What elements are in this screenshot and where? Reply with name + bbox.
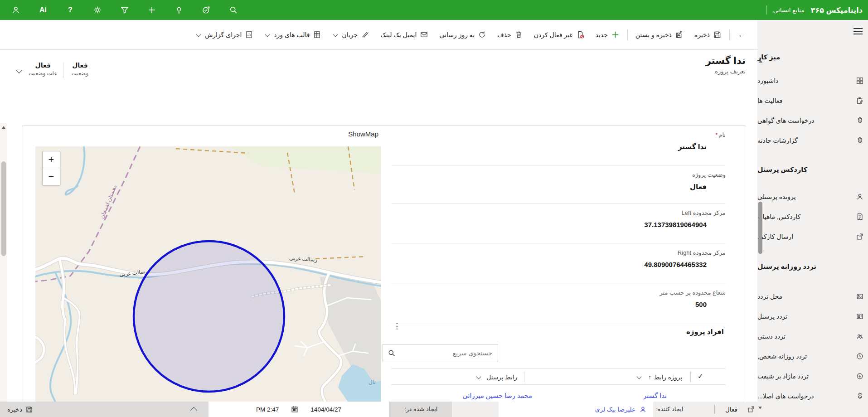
profile-icon[interactable] [10,5,21,15]
navigation-sidebar: میز کار داشبورد فعالیت ها درخواست های گو… [757,20,868,417]
popout-icon[interactable] [747,405,755,413]
sidebar-item-manual-traffic[interactable]: تردد دستی [757,326,868,346]
hamburger-menu-icon[interactable] [853,26,863,36]
main-scrollbar-thumb[interactable] [1,161,6,256]
sidebar-item-send-worklog[interactable]: ارسال کارکرد [757,227,868,247]
field-name[interactable]: نام* ندا گستر [391,127,726,165]
footer-save-button[interactable]: ذخیره [7,402,33,417]
sidebar-item-correction-requests[interactable]: درخواست های اصلا... [757,386,868,406]
flow-button[interactable]: جریان [327,27,374,43]
field-center-right-value[interactable]: 49.80900764465332 [391,261,726,268]
save-button[interactable]: ذخیره [689,27,727,43]
created-on-value[interactable]: 1404/04/27 PM 2:47 [209,402,389,417]
ai-copilot-icon[interactable]: Ai [38,5,48,15]
field-project-status-value[interactable]: فعال [391,183,726,191]
header-status-reason: فعال علت وضعیت [29,62,57,77]
select-all-checkbox[interactable]: ✓ [698,372,703,380]
subgrid-header-row: ✓ پروژه رابط ↑ رابط پرسنل [391,369,726,385]
footer-status-bar: ذخیره 1404/04/27 PM 2:47 ایجاد شده در: ع… [0,402,757,417]
save-close-label: ذخیره و بستن [635,31,672,39]
page-subtitle: تعریف پروژه [706,68,746,75]
footer-divider [714,405,715,414]
chevron-down-icon [637,374,642,379]
created-by-value[interactable]: علیرضا بیک لری [499,402,653,417]
map-canvas[interactable]: رسالت غربی رسالت غربی دهستان لقمجان نال … [35,146,381,402]
lightbulb-icon[interactable] [174,5,184,15]
column-header-project[interactable]: پروژه رابط ↑ [527,369,687,385]
column-header-person[interactable]: رابط پرسنل [391,369,521,385]
map-zoom-control: + − [42,151,60,185]
field-radius-label: شعاع محدوده بر حسب متر [659,289,726,296]
sidebar-item-personnel-file[interactable]: پرونده پرسنلی [757,187,868,207]
sidebar-item-monthly-kardex[interactable]: کاردکس, ماهیانه [757,207,868,227]
settings-gear-icon[interactable] [92,5,103,15]
map-zoom-in-button[interactable]: + [43,151,60,168]
field-project-status[interactable]: وضعیت پروژه فعال [391,167,726,204]
footer-expand-chevron[interactable] [190,407,198,414]
grid-row-person-link[interactable]: محمد رضا حسین میرزائی [462,392,532,399]
word-templates-label: قالب های ورد [274,31,310,39]
save-floppy-icon [713,30,722,39]
field-radius-value[interactable]: 500 [391,301,726,308]
sidebar-item-person-daily-traffic[interactable]: تردد روزانه شخص, [757,346,868,366]
field-project-status-label: وضعیت پروژه [692,171,726,178]
run-report-button[interactable]: اجرای گزارش [190,27,258,43]
dashboard-icon [856,77,864,85]
quick-search-input[interactable] [399,349,493,357]
save-label: ذخیره [694,31,710,39]
field-center-left-value[interactable]: 37.13739819064904 [391,221,726,228]
main-scrollbar [0,123,7,402]
subgrid-menu-button[interactable]: ⋮ [393,322,401,330]
save-and-close-button[interactable]: ذخیره و بستن [630,27,689,43]
new-button[interactable]: جدید [591,27,625,43]
map-water-label: نال [369,379,376,385]
sidebar-group-daily-traffic: تردد روزانه پرسنل [757,257,868,276]
sidebar-item-incident-reports[interactable]: گزارشات حادثه [757,131,868,150]
status-value: فعال [72,62,87,69]
map-zoom-out-button[interactable]: − [43,168,60,185]
sidebar-item-traffic-location[interactable]: محل تردد [757,286,868,306]
search-icon[interactable] [228,5,239,15]
footer-record-status: فعال [725,406,737,413]
filter-funnel-icon[interactable] [119,5,130,15]
field-name-value[interactable]: ندا گستر [391,143,726,151]
workspace-switcher[interactable]: منابع انسانی [773,6,805,14]
email-link-button[interactable]: ایمیل یک لینک [375,27,433,43]
delete-label: حذف [497,31,511,39]
grid-row-project-link[interactable]: ندا گستر [643,392,667,399]
record-header: ندا گستر تعریف پروژه فعال وضعیت فعال علت… [0,50,757,97]
back-button[interactable]: ← [732,26,751,44]
sidebar-scrollbar-thumb[interactable] [758,202,762,254]
sidebar-item-certificate-requests[interactable]: درخواست های گواهی [757,111,868,131]
field-center-left[interactable]: مرکز محدوده Left 37.13739819064904 [391,205,726,243]
scroll-up-icon[interactable] [759,60,762,63]
delete-button[interactable]: حذف [492,27,528,43]
command-bar: ← ذخیره ذخیره و بستن جدید غیر فعال کردن … [0,20,757,50]
header-divider [63,63,63,78]
header-expand-button[interactable] [15,67,23,75]
chevron-down-icon [333,32,338,37]
scroll-up-icon[interactable] [2,126,5,129]
refresh-label: به روز رسانی [439,31,475,39]
app-title[interactable]: داینامیکس ۳۶۵ [811,6,863,15]
scroll-down-icon[interactable] [758,407,762,409]
word-templates-button[interactable]: قالب های ورد [259,27,326,43]
sidebar-item-personnel-traffic[interactable]: تردد پرسنل [757,306,868,326]
refresh-button[interactable]: به روز رسانی [434,27,491,43]
people-group-icon [856,332,864,340]
field-radius[interactable]: شعاع محدوده بر حسب متر 500 [391,285,726,323]
created-time: PM 2:47 [256,406,279,413]
sidebar-item-activities[interactable]: فعالیت ها [757,91,868,111]
clock-icon [856,352,864,360]
field-center-right[interactable]: مرکز محدوده Right 49.80900764465332 [391,245,726,283]
task-check-circle-icon[interactable] [201,5,212,15]
back-arrow-icon: ← [737,30,746,40]
add-plus-icon[interactable] [146,5,157,15]
chevron-down-icon [196,32,201,37]
column-divider [524,372,524,382]
sidebar-item-overtime-traffic[interactable]: تردد مازاد بر شیفت [757,366,868,386]
deactivate-button[interactable]: غیر فعال کردن [529,27,590,43]
sidebar-item-dashboard[interactable]: داشبورد [757,71,868,91]
status-reason-label: علت وضعیت [29,70,57,77]
help-icon[interactable]: ? [65,5,76,15]
